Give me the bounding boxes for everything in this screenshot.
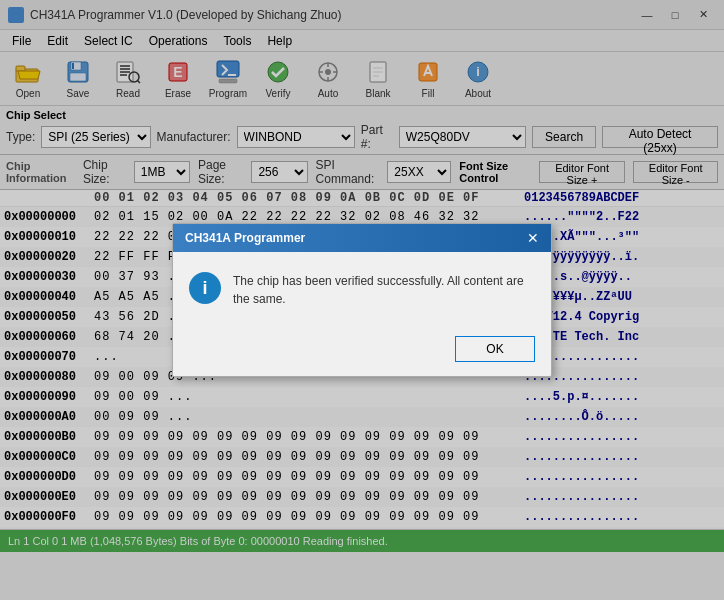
dialog-overlay: CH341A Programmer ✕ i The chip has been … [0,0,724,600]
dialog-info-icon: i [189,272,221,304]
dialog-body: i The chip has been verified successfull… [173,252,551,328]
dialog-message: The chip has been verified successfully.… [233,272,535,308]
dialog-title-text: CH341A Programmer [185,231,305,245]
dialog-title-bar: CH341A Programmer ✕ [173,224,551,252]
dialog: CH341A Programmer ✕ i The chip has been … [172,223,552,377]
dialog-close-button[interactable]: ✕ [527,230,539,246]
ok-button[interactable]: OK [455,336,535,362]
dialog-footer: OK [173,328,551,376]
